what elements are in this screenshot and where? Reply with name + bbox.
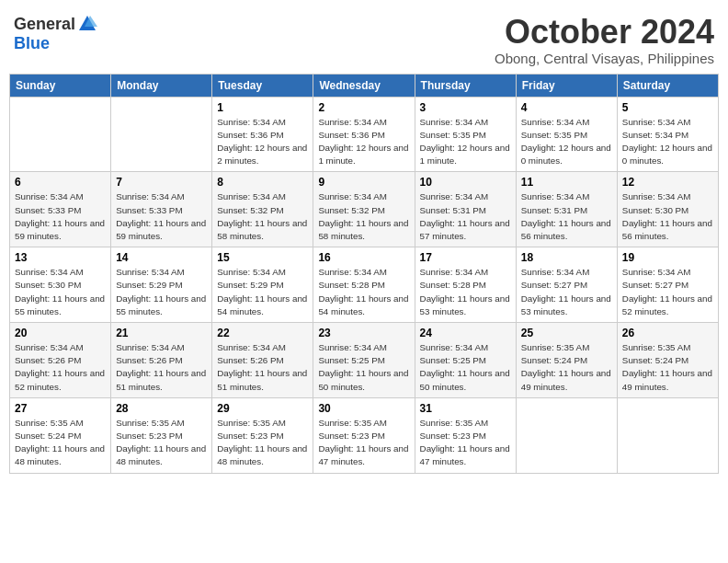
day-number: 19 xyxy=(622,251,713,264)
day-info: Sunrise: 5:34 AMSunset: 5:32 PMDaylight:… xyxy=(318,190,409,243)
day-info: Sunrise: 5:34 AMSunset: 5:36 PMDaylight:… xyxy=(217,116,308,168)
day-info: Sunrise: 5:34 AMSunset: 5:31 PMDaylight:… xyxy=(420,190,511,243)
calendar-day-cell: 8Sunrise: 5:34 AMSunset: 5:32 PMDaylight… xyxy=(212,172,313,247)
calendar-day-cell xyxy=(516,397,617,473)
day-info: Sunrise: 5:34 AMSunset: 5:30 PMDaylight:… xyxy=(622,190,713,243)
calendar-header-row: SundayMondayTuesdayWednesdayThursdayFrid… xyxy=(10,74,719,97)
day-number: 21 xyxy=(116,327,207,339)
weekday-header: Friday xyxy=(516,74,617,97)
calendar-day-cell: 6Sunrise: 5:34 AMSunset: 5:33 PMDaylight… xyxy=(10,172,111,247)
day-info: Sunrise: 5:35 AMSunset: 5:23 PMDaylight:… xyxy=(217,417,308,469)
day-number: 22 xyxy=(217,327,308,339)
calendar-table: SundayMondayTuesdayWednesdayThursdayFrid… xyxy=(9,74,719,474)
calendar-week-row: 27Sunrise: 5:35 AMSunset: 5:24 PMDayligh… xyxy=(10,397,719,473)
calendar-day-cell: 31Sunrise: 5:35 AMSunset: 5:23 PMDayligh… xyxy=(415,397,516,473)
day-number: 24 xyxy=(420,327,511,339)
day-info: Sunrise: 5:34 AMSunset: 5:31 PMDaylight:… xyxy=(521,190,612,243)
day-number: 29 xyxy=(217,402,308,415)
day-info: Sunrise: 5:35 AMSunset: 5:23 PMDaylight:… xyxy=(116,417,207,469)
day-info: Sunrise: 5:34 AMSunset: 5:29 PMDaylight:… xyxy=(217,266,308,318)
day-info: Sunrise: 5:34 AMSunset: 5:25 PMDaylight:… xyxy=(420,341,511,394)
day-info: Sunrise: 5:34 AMSunset: 5:33 PMDaylight:… xyxy=(15,190,106,243)
calendar-week-row: 13Sunrise: 5:34 AMSunset: 5:30 PMDayligh… xyxy=(10,247,719,323)
calendar-day-cell: 23Sunrise: 5:34 AMSunset: 5:25 PMDayligh… xyxy=(313,323,415,398)
logo-blue-text: Blue xyxy=(14,34,50,53)
day-number: 4 xyxy=(521,101,612,114)
calendar-day-cell: 7Sunrise: 5:34 AMSunset: 5:33 PMDaylight… xyxy=(111,172,212,247)
calendar-day-cell: 10Sunrise: 5:34 AMSunset: 5:31 PMDayligh… xyxy=(415,172,516,247)
calendar-day-cell: 3Sunrise: 5:34 AMSunset: 5:35 PMDaylight… xyxy=(415,97,516,172)
day-number: 9 xyxy=(318,176,409,189)
page-header: General Blue October 2024 Obong, Central… xyxy=(9,9,719,66)
calendar-day-cell: 19Sunrise: 5:34 AMSunset: 5:27 PMDayligh… xyxy=(617,247,718,323)
weekday-header: Thursday xyxy=(415,74,516,97)
calendar-day-cell: 21Sunrise: 5:34 AMSunset: 5:26 PMDayligh… xyxy=(111,323,212,398)
location-subtitle: Obong, Central Visayas, Philippines xyxy=(495,51,714,66)
day-number: 18 xyxy=(521,251,612,264)
weekday-header: Tuesday xyxy=(212,74,313,97)
calendar-day-cell: 4Sunrise: 5:34 AMSunset: 5:35 PMDaylight… xyxy=(516,97,617,172)
day-info: Sunrise: 5:34 AMSunset: 5:26 PMDaylight:… xyxy=(116,341,207,394)
calendar-day-cell: 15Sunrise: 5:34 AMSunset: 5:29 PMDayligh… xyxy=(212,247,313,323)
calendar-day-cell: 14Sunrise: 5:34 AMSunset: 5:29 PMDayligh… xyxy=(111,247,212,323)
calendar-day-cell: 2Sunrise: 5:34 AMSunset: 5:36 PMDaylight… xyxy=(313,97,415,172)
calendar-week-row: 20Sunrise: 5:34 AMSunset: 5:26 PMDayligh… xyxy=(10,323,719,398)
day-info: Sunrise: 5:34 AMSunset: 5:28 PMDaylight:… xyxy=(420,266,511,318)
day-info: Sunrise: 5:34 AMSunset: 5:27 PMDaylight:… xyxy=(521,266,612,318)
calendar-day-cell xyxy=(111,97,212,172)
calendar-day-cell: 26Sunrise: 5:35 AMSunset: 5:24 PMDayligh… xyxy=(617,323,718,398)
calendar-day-cell: 1Sunrise: 5:34 AMSunset: 5:36 PMDaylight… xyxy=(212,97,313,172)
day-number: 10 xyxy=(420,176,511,189)
day-number: 1 xyxy=(217,101,308,114)
day-number: 14 xyxy=(116,251,207,264)
day-number: 3 xyxy=(420,101,511,114)
weekday-header: Monday xyxy=(111,74,212,97)
calendar-day-cell: 12Sunrise: 5:34 AMSunset: 5:30 PMDayligh… xyxy=(617,172,718,247)
day-number: 13 xyxy=(15,251,106,264)
month-title: October 2024 xyxy=(495,14,714,51)
day-info: Sunrise: 5:35 AMSunset: 5:24 PMDaylight:… xyxy=(521,341,612,394)
calendar-day-cell: 11Sunrise: 5:34 AMSunset: 5:31 PMDayligh… xyxy=(516,172,617,247)
logo: General Blue xyxy=(14,14,97,53)
calendar-day-cell: 30Sunrise: 5:35 AMSunset: 5:23 PMDayligh… xyxy=(313,397,415,473)
calendar-week-row: 6Sunrise: 5:34 AMSunset: 5:33 PMDaylight… xyxy=(10,172,719,247)
day-number: 30 xyxy=(318,402,409,415)
calendar-day-cell: 22Sunrise: 5:34 AMSunset: 5:26 PMDayligh… xyxy=(212,323,313,398)
day-number: 17 xyxy=(420,251,511,264)
day-info: Sunrise: 5:35 AMSunset: 5:23 PMDaylight:… xyxy=(318,417,409,469)
logo-general-text: General xyxy=(14,15,75,34)
day-info: Sunrise: 5:34 AMSunset: 5:26 PMDaylight:… xyxy=(217,341,308,394)
day-info: Sunrise: 5:34 AMSunset: 5:26 PMDaylight:… xyxy=(15,341,106,394)
day-number: 26 xyxy=(622,327,713,339)
weekday-header: Sunday xyxy=(10,74,111,97)
day-number: 31 xyxy=(420,402,511,415)
day-number: 6 xyxy=(15,176,106,189)
day-number: 7 xyxy=(116,176,207,189)
day-number: 8 xyxy=(217,176,308,189)
day-info: Sunrise: 5:34 AMSunset: 5:34 PMDaylight:… xyxy=(622,116,713,168)
day-info: Sunrise: 5:34 AMSunset: 5:32 PMDaylight:… xyxy=(217,190,308,243)
day-info: Sunrise: 5:34 AMSunset: 5:29 PMDaylight:… xyxy=(116,266,207,318)
day-info: Sunrise: 5:35 AMSunset: 5:23 PMDaylight:… xyxy=(420,417,511,469)
calendar-day-cell: 28Sunrise: 5:35 AMSunset: 5:23 PMDayligh… xyxy=(111,397,212,473)
day-number: 16 xyxy=(318,251,409,264)
day-number: 12 xyxy=(622,176,713,189)
day-number: 28 xyxy=(116,402,207,415)
weekday-header: Saturday xyxy=(617,74,718,97)
calendar-day-cell: 13Sunrise: 5:34 AMSunset: 5:30 PMDayligh… xyxy=(10,247,111,323)
calendar-day-cell xyxy=(10,97,111,172)
day-number: 11 xyxy=(521,176,612,189)
day-number: 20 xyxy=(15,327,106,339)
day-info: Sunrise: 5:34 AMSunset: 5:36 PMDaylight:… xyxy=(318,116,409,168)
calendar-day-cell: 9Sunrise: 5:34 AMSunset: 5:32 PMDaylight… xyxy=(313,172,415,247)
day-number: 5 xyxy=(622,101,713,114)
day-number: 27 xyxy=(15,402,106,415)
day-info: Sunrise: 5:34 AMSunset: 5:33 PMDaylight:… xyxy=(116,190,207,243)
day-info: Sunrise: 5:34 AMSunset: 5:25 PMDaylight:… xyxy=(318,341,409,394)
day-info: Sunrise: 5:34 AMSunset: 5:28 PMDaylight:… xyxy=(318,266,409,318)
day-info: Sunrise: 5:35 AMSunset: 5:24 PMDaylight:… xyxy=(15,417,106,469)
calendar-day-cell: 20Sunrise: 5:34 AMSunset: 5:26 PMDayligh… xyxy=(10,323,111,398)
day-number: 2 xyxy=(318,101,409,114)
logo-icon xyxy=(77,14,97,34)
weekday-header: Wednesday xyxy=(313,74,415,97)
